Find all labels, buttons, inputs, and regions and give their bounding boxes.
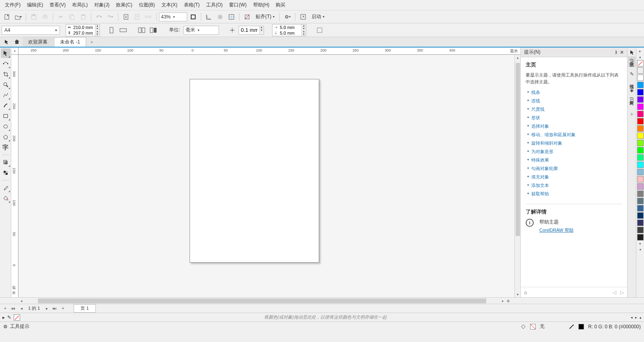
- freehand-tool[interactable]: [1, 90, 10, 100]
- grid-toggle[interactable]: [215, 12, 225, 22]
- hints-link[interactable]: 尺度线: [531, 107, 545, 112]
- polygon-tool[interactable]: [1, 132, 10, 142]
- tab-welcome[interactable]: 欢迎屏幕: [23, 37, 53, 47]
- color-swatch[interactable]: [637, 111, 644, 117]
- home-icon[interactable]: ⌂: [524, 290, 527, 295]
- gear-icon[interactable]: ⚙: [3, 324, 8, 330]
- dup-x-input[interactable]: [279, 25, 301, 30]
- hints-link[interactable]: 形状: [531, 115, 540, 120]
- doc-palette-left[interactable]: ◂: [631, 315, 633, 319]
- menu-buy[interactable]: 购买: [272, 0, 289, 10]
- hints-link[interactable]: 连线: [531, 98, 540, 103]
- hints-link[interactable]: 勾画对象轮廓: [531, 166, 558, 171]
- spinner-down[interactable]: ▾: [260, 29, 264, 32]
- menu-table[interactable]: 表格(T): [181, 0, 203, 10]
- color-swatch[interactable]: [637, 82, 644, 88]
- docker-layers-icon[interactable]: ◈: [630, 87, 634, 93]
- zoom-tool[interactable]: [1, 80, 10, 89]
- dup-y-input[interactable]: [279, 30, 301, 36]
- zoom-level-dropdown[interactable]: 43%▾: [159, 12, 187, 21]
- portrait-button[interactable]: [106, 25, 117, 35]
- options-button[interactable]: ⚙▾: [282, 12, 293, 22]
- copy-button[interactable]: [67, 12, 77, 22]
- color-swatch[interactable]: [637, 212, 644, 219]
- page-tab[interactable]: 页 1: [74, 304, 95, 313]
- docker-close-icon[interactable]: ✕: [620, 50, 624, 55]
- hscroll-left[interactable]: ◂: [19, 299, 24, 303]
- eyedropper-tool[interactable]: [1, 183, 10, 193]
- fill-tool[interactable]: [1, 193, 10, 203]
- spinner-down[interactable]: ▾: [95, 33, 99, 36]
- scroll-thumb[interactable]: [516, 63, 520, 236]
- drop-shadow-tool[interactable]: [1, 158, 10, 167]
- page-width-input[interactable]: [72, 25, 95, 30]
- color-swatch[interactable]: [637, 96, 644, 103]
- fill-swatch[interactable]: [530, 324, 536, 330]
- docker-collapse-icon[interactable]: ⟫: [615, 50, 617, 54]
- scroll-down[interactable]: ▾: [515, 292, 520, 297]
- scroll-up[interactable]: ▴: [515, 55, 520, 60]
- docker-add-button[interactable]: +: [630, 111, 633, 117]
- eyedropper-icon[interactable]: ✎: [7, 315, 11, 320]
- menu-text[interactable]: 文本(X): [158, 0, 181, 10]
- color-swatch[interactable]: [637, 176, 644, 182]
- snap-to-button[interactable]: 贴齐(T)▾: [253, 12, 277, 22]
- menu-view[interactable]: 查看(V): [46, 0, 69, 10]
- hints-link[interactable]: 选择对象: [531, 124, 549, 129]
- redo-button[interactable]: ↷▾: [105, 12, 116, 22]
- home-tab-icon[interactable]: [11, 37, 23, 47]
- page-last[interactable]: ⏭: [51, 305, 58, 312]
- palette-expand-icon[interactable]: ◂: [638, 247, 642, 252]
- snap-off-button[interactable]: [242, 12, 252, 22]
- color-swatch[interactable]: [637, 162, 644, 168]
- print-button[interactable]: [40, 12, 50, 22]
- shape-tool[interactable]: [1, 59, 10, 68]
- units-select[interactable]: 毫米▾: [184, 26, 219, 35]
- all-pages-button[interactable]: [136, 25, 147, 35]
- text-tool[interactable]: 字: [1, 143, 10, 152]
- menu-layout[interactable]: 布局(L): [69, 0, 91, 10]
- hints-link[interactable]: 移动、缩放和延展对象: [531, 132, 576, 137]
- color-swatch[interactable]: [637, 220, 644, 226]
- color-swatch[interactable]: [637, 169, 644, 175]
- page-first[interactable]: ⏮: [10, 305, 17, 312]
- export-button[interactable]: [132, 12, 142, 22]
- open-button[interactable]: ▾: [13, 12, 23, 22]
- launch-button[interactable]: 启动▾: [309, 12, 327, 22]
- fullscreen-button[interactable]: [188, 12, 198, 22]
- hints-link[interactable]: 旋转和倾斜对象: [531, 141, 562, 145]
- vertical-scrollbar[interactable]: ▴ ▾: [514, 55, 520, 297]
- color-swatch[interactable]: [637, 147, 644, 153]
- doc-palette-right[interactable]: ▸: [635, 315, 637, 319]
- artistic-media-tool[interactable]: [1, 101, 10, 110]
- hscroll-track[interactable]: [26, 298, 498, 304]
- color-swatch[interactable]: [637, 104, 644, 110]
- color-none-swatch[interactable]: [637, 60, 644, 66]
- palette-scroll-down[interactable]: ▾: [638, 241, 642, 247]
- cut-button[interactable]: ✂: [56, 12, 66, 22]
- menu-object[interactable]: 对象(J): [91, 0, 113, 10]
- color-swatch[interactable]: [637, 227, 644, 233]
- page-size-select[interactable]: A4▾: [2, 26, 60, 35]
- nudge-input[interactable]: [239, 26, 259, 34]
- hscroll-right[interactable]: ▸: [500, 299, 506, 303]
- tab-add-button[interactable]: +: [87, 38, 97, 47]
- vertical-ruler[interactable]: 300 250 200 150 100 50 0 毫米: [11, 55, 19, 297]
- treat-as-filled-button[interactable]: [314, 25, 325, 35]
- hints-link[interactable]: 获取帮助: [531, 191, 549, 196]
- hints-link[interactable]: 填充对象: [531, 174, 549, 179]
- hints-link[interactable]: 特殊效果: [531, 158, 549, 162]
- hints-link[interactable]: 添加文本: [531, 183, 549, 188]
- doc-color-none[interactable]: [14, 314, 20, 321]
- color-swatch[interactable]: [637, 234, 644, 240]
- hints-link[interactable]: 线条: [531, 90, 540, 95]
- menu-tools[interactable]: 工具(O): [203, 0, 226, 10]
- hints-link[interactable]: 为对象造形: [531, 149, 553, 154]
- current-page-button[interactable]: [148, 25, 159, 35]
- color-swatch[interactable]: [637, 125, 644, 132]
- save-button[interactable]: [29, 12, 39, 22]
- publish-pdf-button[interactable]: PDF: [143, 12, 154, 22]
- page-height-input[interactable]: [72, 30, 95, 36]
- landscape-button[interactable]: [118, 25, 128, 35]
- ruler-corner[interactable]: ✦: [11, 48, 19, 55]
